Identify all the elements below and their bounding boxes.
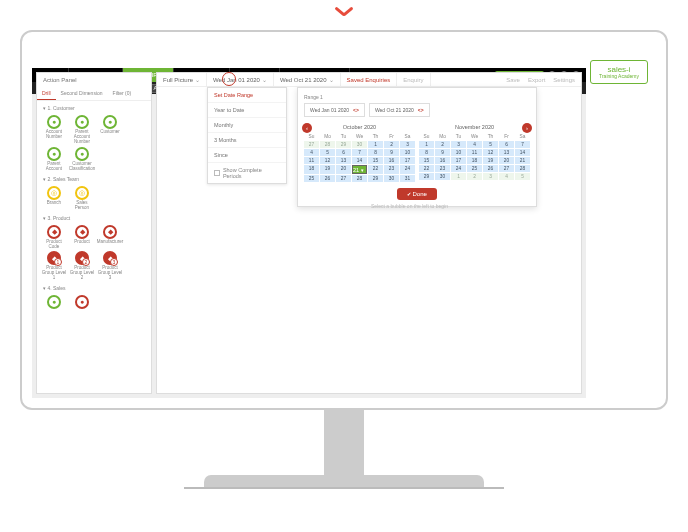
cal-day[interactable]: 27 [336, 175, 351, 182]
dim-tab[interactable]: Filter (0) [108, 87, 137, 100]
prev-month-button[interactable]: ‹ [302, 123, 312, 133]
cal-day[interactable]: 15 [419, 157, 434, 164]
cal-day[interactable]: 3 [483, 173, 498, 180]
menu-item[interactable]: Monthly [208, 118, 286, 133]
cal-day[interactable]: 25 [304, 175, 319, 182]
bubble-item[interactable]: ◎Sales Person [69, 186, 95, 211]
cal-day[interactable]: 29 [419, 173, 434, 180]
cal-day[interactable]: 19 [483, 157, 498, 164]
cal-day[interactable]: 13 [499, 149, 514, 156]
bubble-item[interactable]: ●ParentAccount [41, 147, 67, 172]
date-to-dropdown[interactable]: Wed Oct 21 2020 [274, 73, 341, 86]
show-complete-checkbox[interactable]: Show Complete Periods [208, 163, 286, 183]
cal-day[interactable]: 5 [483, 141, 498, 148]
cal-day[interactable]: 23 [384, 165, 399, 174]
menu-item[interactable]: Since [208, 148, 286, 163]
cal-day[interactable]: 23 [435, 165, 450, 172]
range-from-box[interactable]: Wed Jan 01 2020<> [304, 103, 365, 117]
cal-day[interactable]: 20 [499, 157, 514, 164]
cal-day[interactable]: 10 [451, 149, 466, 156]
cal-day[interactable]: 18 [304, 165, 319, 174]
cal-day[interactable]: 13 [336, 157, 351, 164]
cal-day[interactable]: 8 [419, 149, 434, 156]
cal-day[interactable]: 2 [467, 173, 482, 180]
cal-day[interactable]: 1 [368, 141, 383, 148]
group-header[interactable]: ▾ 4. Sales [37, 281, 151, 295]
cal-day[interactable]: 20 [336, 165, 351, 174]
cal-day[interactable]: 9 [435, 149, 450, 156]
cal-day[interactable]: 28 [352, 175, 367, 182]
bubble-item[interactable]: ◆Product Code [41, 225, 67, 250]
bubble-item[interactable]: ◆2ProductGroup Level 2 [69, 251, 95, 281]
cal-day[interactable]: 19 [320, 165, 335, 174]
cal-day[interactable]: 8 [368, 149, 383, 156]
cal-day[interactable]: 21 [515, 157, 530, 164]
cal-day[interactable]: 12 [483, 149, 498, 156]
cal-day[interactable]: 17 [400, 157, 415, 164]
cal-day[interactable]: 24 [400, 165, 415, 174]
cal-day[interactable]: 31 [400, 175, 415, 182]
cal-day[interactable]: 28 [515, 165, 530, 172]
cal-day[interactable]: 12 [320, 157, 335, 164]
cal-day[interactable]: 7 [515, 141, 530, 148]
cal-day[interactable]: 3 [400, 141, 415, 148]
dim-tab[interactable]: Drill [37, 87, 56, 100]
cal-day[interactable]: 29 [336, 141, 351, 148]
cal-day[interactable]: 14 [352, 157, 367, 164]
saved-enquiries-link[interactable]: Saved Enquiries [341, 73, 398, 86]
bubble-item[interactable]: ◎Branch [41, 186, 67, 211]
cal-day[interactable]: 11 [304, 157, 319, 164]
save-link[interactable]: Save [506, 77, 520, 83]
cal-day[interactable]: 11 [467, 149, 482, 156]
bubble-item[interactable]: ●ParentAccount Number [69, 115, 95, 145]
cal-day[interactable]: 1 [451, 173, 466, 180]
group-header[interactable]: ▾ 1. Customer [37, 101, 151, 115]
bubble-item[interactable]: ● [41, 295, 67, 310]
group-header[interactable]: ▾ 2. Sales Team [37, 172, 151, 186]
cal-day[interactable]: 30 [384, 175, 399, 182]
cal-day[interactable]: 27 [304, 141, 319, 148]
bubble-item[interactable]: ● [69, 295, 95, 310]
bubble-item[interactable]: ●Customer [97, 115, 123, 145]
export-link[interactable]: Export [528, 77, 545, 83]
bubble-item[interactable]: ●CustomerClassification [69, 147, 95, 172]
cal-day[interactable]: 2 [384, 141, 399, 148]
next-month-button[interactable]: › [522, 123, 532, 133]
cal-day[interactable]: 28 [320, 141, 335, 148]
cal-day[interactable]: 5 [320, 149, 335, 156]
cal-day[interactable]: 10 [400, 149, 415, 156]
bubble-item[interactable]: ●AccountNumber [41, 115, 67, 145]
menu-item[interactable]: 3 Months [208, 133, 286, 148]
cal-day[interactable]: 22 [419, 165, 434, 172]
bubble-item[interactable]: ◆Product [69, 225, 95, 250]
menu-item[interactable]: Year to Date [208, 103, 286, 118]
cal-day[interactable]: 4 [467, 141, 482, 148]
cal-day[interactable]: 26 [483, 165, 498, 172]
cal-day[interactable]: 14 [515, 149, 530, 156]
group-header[interactable]: ▾ 3. Product [37, 211, 151, 225]
cal-day[interactable]: 30 [352, 141, 367, 148]
cal-day[interactable]: 6 [499, 141, 514, 148]
cal-day[interactable]: 25 [467, 165, 482, 172]
cal-day[interactable]: 26 [320, 175, 335, 182]
cal-day[interactable]: 21 [352, 165, 367, 174]
cal-day[interactable]: 17 [451, 157, 466, 164]
cal-day[interactable]: 30 [435, 173, 450, 180]
cal-day[interactable]: 24 [451, 165, 466, 172]
cal-day[interactable]: 22 [368, 165, 383, 174]
cal-day[interactable]: 4 [304, 149, 319, 156]
cal-day[interactable]: 3 [451, 141, 466, 148]
cal-day[interactable]: 1 [419, 141, 434, 148]
cal-day[interactable]: 2 [435, 141, 450, 148]
menu-item[interactable]: Set Date Range [208, 88, 286, 103]
cal-day[interactable]: 4 [499, 173, 514, 180]
date-from-dropdown[interactable]: Wed Jan 01 2020 [207, 73, 274, 86]
full-picture-dropdown[interactable]: Full Picture [157, 73, 207, 86]
cal-day[interactable]: 9 [384, 149, 399, 156]
bubble-item[interactable]: ◆3ProductGroup Level 3 [97, 251, 123, 281]
range-to-box[interactable]: Wed Oct 21 2020<> [369, 103, 430, 117]
settings-link[interactable]: Settings [553, 77, 575, 83]
cal-day[interactable]: 16 [435, 157, 450, 164]
cal-day[interactable]: 7 [352, 149, 367, 156]
bubble-item[interactable]: ◆1ProductGroup Level 1 [41, 251, 67, 281]
